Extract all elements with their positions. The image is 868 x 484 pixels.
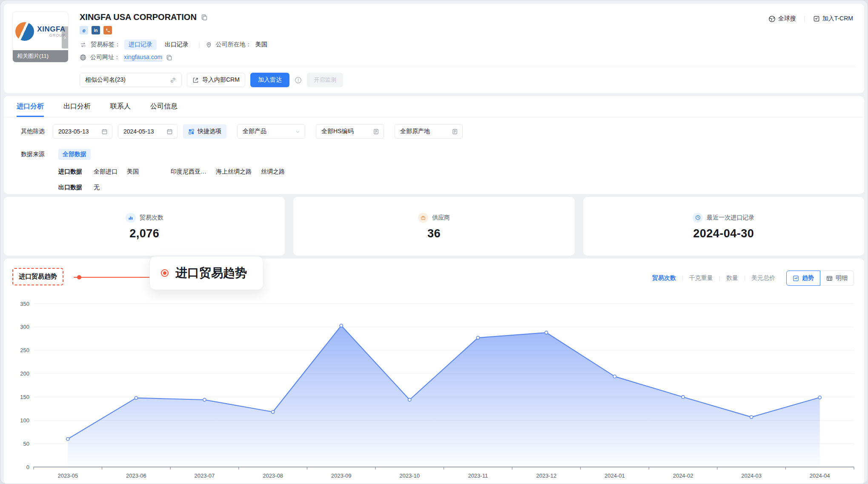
clock-icon (693, 213, 703, 223)
app-window: XINGFA GROUP 相关图片(11) › XINGFA USA CORPO… (0, 0, 868, 484)
calendar-icon (101, 128, 108, 135)
copy-icon[interactable] (166, 54, 172, 61)
all-origin-value: 全部原产地 (400, 128, 430, 135)
divider: | (744, 275, 745, 281)
global-search-icon (768, 15, 776, 23)
metric-kg-weight[interactable]: 千克重量 (689, 274, 713, 282)
tag-export-records[interactable]: 出口记录 (160, 40, 193, 50)
trend-controls: 贸易次数 | 千克重量 | 数量 | 美元总价 趋势 (652, 270, 854, 286)
quick-options-button[interactable]: 快捷选项 (183, 124, 226, 139)
stats-row: 贸易次数 2,076 供应商 36 最近一次进口记录 2024-04-30 (4, 197, 864, 256)
add-radar-button[interactable]: 加入雷达 (250, 73, 289, 87)
trend-chart-area: 0501001502002503003502023-052023-062023-… (14, 296, 854, 484)
quick-options-label: 快捷选项 (198, 128, 221, 135)
global-search-button[interactable]: 全球搜 (768, 15, 796, 23)
view-trend-button[interactable]: 趋势 (786, 270, 820, 286)
import-source-item[interactable]: 美国 (127, 168, 139, 176)
metric-quantity[interactable]: 数量 (726, 274, 738, 282)
import-source-item[interactable]: 海上丝绸之路 (216, 168, 252, 176)
svg-text:250: 250 (20, 347, 29, 353)
svg-text:2024-01: 2024-01 (604, 473, 625, 479)
bar-chart-icon (126, 213, 136, 223)
related-images-label[interactable]: 相关图片(11) (13, 50, 68, 62)
import-source-item[interactable]: 丝绸之路 (261, 168, 285, 176)
all-origin-select[interactable]: 全部原产地 (395, 124, 463, 139)
svg-text:2024-04: 2024-04 (810, 473, 830, 479)
date-to-input[interactable]: 2024-05-13 (118, 124, 178, 139)
stat-label: 供应商 (432, 214, 450, 222)
tag-import-records[interactable]: 进口记录 (124, 40, 157, 50)
all-products-select[interactable]: 全部产品 (237, 124, 305, 139)
svg-text:2023-11: 2023-11 (468, 473, 488, 479)
export-data-row: 出口数据 无 (21, 184, 864, 191)
join-tcrm-button[interactable]: 加入T-CRM (813, 15, 853, 23)
trend-header: 进口贸易趋势 进口贸易趋势 贸易次数 | 千克重量 | 数量 | 美元总价 (14, 265, 854, 294)
all-hs-code-select[interactable]: 全部HS编码 (316, 124, 384, 139)
tab-export-analysis[interactable]: 出口分析 (63, 102, 91, 117)
phone-icon[interactable] (103, 26, 112, 34)
website-link[interactable]: xingfausa.com (124, 54, 162, 61)
stat-card-suppliers: 供应商 36 (293, 197, 574, 256)
other-filter-label: 其他筛选 (21, 128, 45, 135)
link-icon (170, 77, 176, 83)
svg-text:100: 100 (20, 417, 29, 424)
callout-tooltip: 进口贸易趋势 (149, 256, 264, 290)
divider: | (804, 15, 805, 22)
trend-chart[interactable]: 0501001502002503003502023-052023-062023-… (14, 296, 855, 483)
import-crm-button[interactable]: 导入内部CRM (187, 73, 245, 87)
location-label: 公司所在地： (216, 41, 252, 48)
date-from-input[interactable]: 2023-05-13 (53, 124, 112, 139)
logo-wordmark: XINGFA GROUP (37, 26, 65, 37)
filter-row: 其他筛选 2023-05-13 2024-05-13 快捷选项 (21, 124, 864, 139)
metric-usd-total[interactable]: 美元总价 (751, 274, 775, 282)
tab-import-analysis[interactable]: 进口分析 (17, 102, 44, 117)
company-info: XINGFA USA CORPORATION e in 贸易标签： 进口记录 出… (4, 4, 864, 87)
tab-company-info[interactable]: 公司信息 (150, 102, 178, 117)
divider: | (719, 275, 720, 281)
tcrm-icon (813, 15, 820, 22)
start-monitor-button[interactable]: 开启监测 (307, 73, 343, 87)
logo-globe-icon (15, 22, 34, 41)
company-header-card: XINGFA GROUP 相关图片(11) › XINGFA USA CORPO… (4, 4, 864, 93)
stat-label: 最近一次进口记录 (707, 214, 754, 222)
import-icon (192, 77, 199, 83)
import-source-item[interactable]: 全部进口 (94, 168, 117, 176)
all-data-pill[interactable]: 全部数据 (58, 149, 91, 160)
tab-bar: 进口分析 出口分析 联系人 公司信息 (4, 96, 864, 117)
trade-label-icon (80, 41, 87, 48)
table-icon (826, 275, 833, 282)
view-detail-button[interactable]: 明细 (820, 270, 854, 286)
header-top-right: 全球搜 | 加入T-CRM (768, 15, 853, 23)
all-hs-code-value: 全部HS编码 (321, 128, 353, 135)
import-crm-label: 导入内部CRM (202, 76, 240, 84)
svg-text:2023-10: 2023-10 (399, 473, 420, 479)
global-search-label: 全球搜 (778, 15, 796, 23)
stat-label: 贸易次数 (140, 214, 163, 222)
info-icon[interactable] (295, 77, 302, 84)
company-logo[interactable]: XINGFA GROUP 相关图片(11) › (12, 11, 69, 63)
svg-text:350: 350 (20, 301, 29, 307)
metric-trade-count[interactable]: 贸易次数 (652, 274, 676, 282)
svg-text:150: 150 (20, 394, 29, 400)
similar-companies-button[interactable]: 相似公司名(23) (80, 73, 182, 87)
website-row: 公司网址： xingfausa.com (80, 54, 864, 61)
website-icon[interactable]: e (80, 26, 88, 34)
date-from-value: 2023-05-13 (58, 128, 89, 135)
join-tcrm-label: 加入T-CRM (822, 15, 853, 23)
next-image-arrow[interactable]: › (62, 26, 68, 48)
import-data-label: 进口数据 (58, 168, 82, 176)
company-name: XINGFA USA CORPORATION (80, 12, 197, 22)
import-source-item[interactable]: 印度尼西亚… (171, 168, 206, 176)
stat-value: 2024-04-30 (693, 227, 754, 240)
trade-label: 贸易标签： (91, 41, 120, 48)
social-links: e in (80, 26, 864, 34)
svg-text:2024-02: 2024-02 (673, 473, 693, 479)
copy-icon[interactable] (201, 14, 208, 21)
stat-card-last-import: 最近一次进口记录 2024-04-30 (583, 197, 864, 256)
svg-text:2024-03: 2024-03 (741, 473, 762, 479)
svg-text:200: 200 (20, 370, 29, 377)
view-detail-label: 明细 (836, 274, 848, 282)
similar-companies-label: 相似公司名(23) (85, 76, 126, 84)
tab-contacts[interactable]: 联系人 (110, 102, 131, 117)
linkedin-icon[interactable]: in (92, 26, 100, 34)
